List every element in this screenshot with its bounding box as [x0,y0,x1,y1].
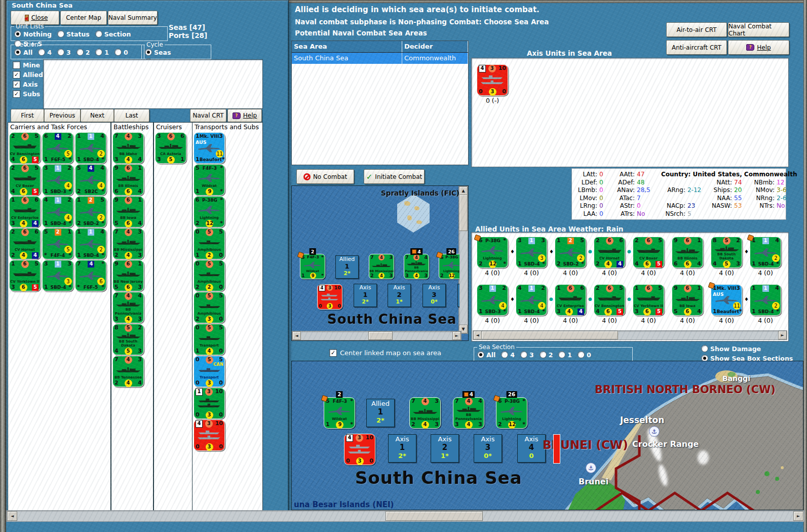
unit-counter[interactable]: 055Transport140 [194,324,225,355]
unit-counter[interactable]: 743BB Mississippi243 [369,254,394,279]
mini-map-hscroll[interactable]: ◄ ► [292,331,462,340]
unit-counter[interactable]: 11421SBD-4* [750,237,781,268]
unit-counter[interactable]: 1Mk. VIII3AUS111Beaufort* [194,132,225,164]
unit-counter[interactable]: 11421SBD-4* [750,284,781,316]
unit-counter[interactable]: 055Amphibious230 [194,292,225,323]
radio-4[interactable]: 4 [501,351,515,359]
unit-counter[interactable]: 6P-38G*Lightning212*26 [496,397,527,429]
unit-counter[interactable]: 055Amphibious220 [194,260,225,291]
unit-counter[interactable]: 4310030 [317,284,342,310]
bottom-scrollbar[interactable]: ◄ ► [6,510,804,522]
unit-counter[interactable]: 961BB Illinois664 [112,164,144,196]
anti-aircraft-crt-button[interactable]: Anti-aircraft CRT [666,40,727,55]
sea-area-mini-map[interactable]: Spratly Islands (FIC) South China Sea 5F… [291,185,469,341]
first-button[interactable]: First [11,109,44,122]
unit-counter[interactable]: 5F4F-3*Wildcat19*2 [324,397,355,429]
unit-counter[interactable]: 265CV Boxer465 [633,237,664,268]
filter-mine[interactable]: Mine [13,61,42,69]
sea-area-row[interactable]: South China Sea Commonwealth [292,53,468,64]
unit-counter[interactable]: 055Amphibious120 [194,228,225,259]
radio-0[interactable]: 0 [578,351,591,359]
unit-counter[interactable]: 1Mk. VIII3AUS111Beaufort* [711,284,742,316]
allied-1-section-box[interactable]: Allied12* [366,399,395,427]
filter-axis[interactable]: ✓Axis [13,81,42,88]
unit-counter[interactable]: 11421SBD-4* [75,132,106,164]
unit-counter[interactable]: 743BB Mississippi243 [112,228,144,259]
radio-4[interactable]: 4 [38,49,52,56]
unit-counter[interactable]: 166CV Enterprise344 [555,284,586,316]
unit-counter[interactable]: 11421SBD-4* [75,228,106,259]
unit-counter[interactable]: 266CV Hornet244 [9,228,41,259]
unit-counter[interactable]: 961BB New Jersey563 [112,260,144,291]
last-button[interactable]: Last [114,109,149,122]
unit-counter[interactable]: 6P-38G*Lightning212*26 [439,254,459,279]
axis-3-section-box[interactable]: Axis30* [422,284,446,307]
axis-1-section-box[interactable]: Axis12* [388,434,416,463]
axis-4-section-box[interactable]: Axis40 [517,434,546,463]
radio-seas[interactable]: Seas [145,49,171,56]
radio-1[interactable]: 1 [95,49,109,56]
radio-nothing[interactable]: Nothing [14,30,52,38]
unit-counter[interactable]: 961BB Iowa564 [672,284,703,316]
axis-4-section-box[interactable]: Axis40 [457,284,459,307]
unit-counter[interactable]: 6P-38G*Lightning212* [477,237,508,268]
filter-allied[interactable]: ✓Allied [13,71,42,79]
unit-counter[interactable]: 743BB Mississippi243 [409,397,441,429]
unit-counter[interactable]: 743BB Tennessee244 [112,356,144,387]
mini-map-content[interactable]: Spratly Islands (FIC) South China Sea 5F… [292,186,459,332]
unit-counter[interactable]: 055CANTransport030 [194,356,225,387]
unit-counter[interactable]: 12522SBD-2* [555,237,586,268]
unit-counter[interactable]: 165CV Yorktown II365 [9,260,41,291]
radio-all[interactable]: All [14,49,32,56]
unit-counter[interactable]: 4310030 [477,64,508,96]
main-map-content[interactable]: 5F4F-3*Wildcat19*2743BB Mississippi24374… [292,361,803,510]
unit-counter[interactable]: 41241SBD-4* [516,284,547,316]
no-combat-button[interactable]: No Combat [296,169,354,184]
unit-counter[interactable]: 265CV Bennington465 [594,284,625,316]
unit-counter[interactable]: 744BBPennsylvania343 [112,292,144,323]
unit-counter[interactable]: 64251F6F-5* [42,132,73,164]
unit-counter[interactable]: 12522SBD-2* [75,196,106,227]
unit-counter[interactable]: 5215*F4F-4* [42,228,73,259]
air-to-air-crt-button[interactable]: Air-to-air CRT [666,22,727,37]
next-button[interactable]: Next [81,109,114,122]
allied-1-section-box[interactable]: Allied12* [335,255,359,279]
unit-counter[interactable]: 166CV Enterprise344 [9,196,41,227]
unit-counter[interactable]: 961BB Illinois664 [672,237,703,268]
unit-counter[interactable]: 366CA Astoria351 [155,132,186,164]
radio-show-damage[interactable]: Show Damage [701,345,761,353]
allied-units-hscroll[interactable]: ◄► [473,330,787,340]
unit-counter[interactable]: 31331SBD-4* [42,260,73,291]
unit-counter[interactable]: 265CV Boxer465 [9,164,41,196]
unit-counter[interactable]: 31241SBD-3* [42,164,73,196]
radio-status[interactable]: Status [57,30,90,38]
radio-2[interactable]: 2 [76,49,90,56]
mini-map-vscroll[interactable]: ▲ ▼ [458,186,468,334]
unit-counter[interactable]: 31331SBD-4* [516,237,547,268]
previous-button[interactable]: Previous [44,109,81,122]
filter-subs[interactable]: ✓Subs [13,90,42,98]
main-map[interactable]: 5F4F-3*Wildcat19*2743BB Mississippi24374… [291,361,803,510]
unit-listbox[interactable] [43,59,263,109]
radio-3[interactable]: 3 [57,49,71,56]
radio-2[interactable]: 2 [540,351,553,359]
axis-2-section-box[interactable]: Axis21* [431,434,459,463]
radio-section[interactable]: Section [95,30,131,38]
partial-axis-counter[interactable] [553,434,560,464]
unit-counter[interactable]: 5F4F-3*Wildcat19*2 [300,254,325,279]
radio-3[interactable]: 3 [520,351,534,359]
unit-counter[interactable]: 6P-38G*Lightning212* [194,196,225,227]
unit-counter[interactable]: 74*6*F6F-5* [75,260,106,291]
unit-counter[interactable]: 852BB SouthDakota453 [711,237,742,268]
unit-counter[interactable]: 31241SBD-3* [477,284,508,316]
unit-counter[interactable]: 744BBPennsylvania3434 [404,254,429,279]
unit-counter[interactable]: 744BBPennsylvania3434 [453,397,484,429]
unit-counter[interactable]: 265CV Bennington465 [9,132,41,164]
unit-counter[interactable]: 4310030 [194,420,225,451]
unit-counter[interactable]: 41241SBD-4* [42,196,73,227]
center-map-checkbox[interactable]: ✓ Center linked map on sea area [329,349,441,357]
axis-2-section-box[interactable]: Axis21* [388,284,411,307]
radio-1[interactable]: 1 [558,351,572,359]
unit-counter[interactable]: 743BB Idaho344 [112,132,144,164]
axis-1-section-box[interactable]: Axis12* [354,284,377,307]
